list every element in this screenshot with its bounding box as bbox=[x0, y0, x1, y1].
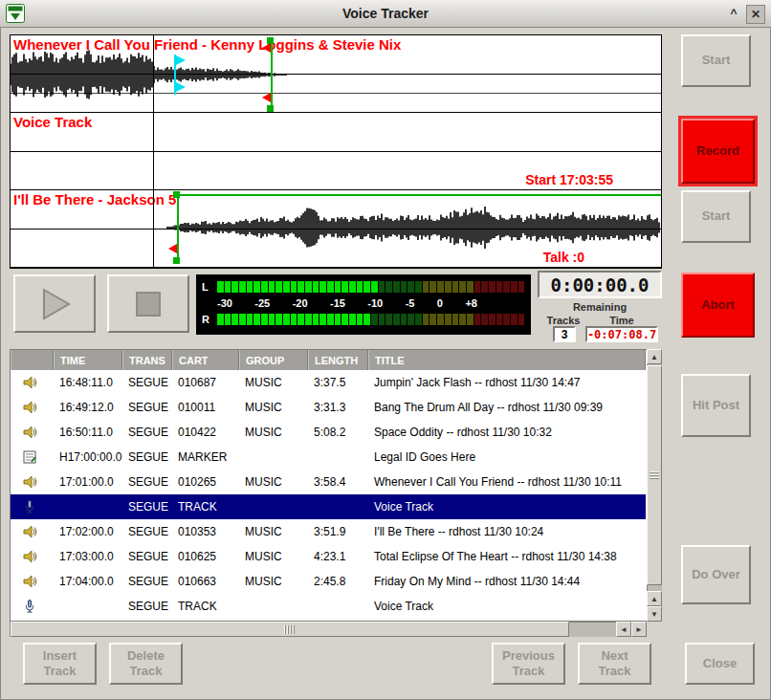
window-close-button[interactable]: ✕ bbox=[746, 5, 765, 24]
log-row[interactable]: 17:02:00.0SEGUE010353MUSIC3:51.9I'll Be … bbox=[11, 519, 646, 544]
log-cell-length: 3:51.9 bbox=[308, 519, 368, 544]
log-cell-title: Space Oddity -- rdhost 11/30 10:32 bbox=[368, 420, 646, 445]
abort-button[interactable]: Abort bbox=[681, 273, 755, 338]
meter-segment bbox=[327, 314, 334, 325]
log-row[interactable]: 16:50:11.0SEGUE010422MUSIC5:08.2Space Od… bbox=[11, 420, 646, 445]
track-pane-1[interactable]: Whenever I Call You Friend - Kenny Loggi… bbox=[11, 35, 661, 113]
close-label: Close bbox=[703, 656, 737, 671]
meter-segment bbox=[459, 314, 466, 325]
delete-track-button[interactable]: Delete Track bbox=[109, 643, 183, 685]
meter-segment bbox=[386, 281, 392, 293]
log-cell-trans: SEGUE bbox=[122, 544, 172, 569]
meter-segment bbox=[217, 281, 224, 293]
scroll-left-button[interactable]: ◄ bbox=[616, 622, 631, 637]
meter-segment bbox=[459, 281, 466, 293]
track3-start-marker-line[interactable] bbox=[177, 193, 179, 264]
log-header-title[interactable]: TITLE bbox=[368, 350, 646, 370]
talk-start-marker-icon[interactable] bbox=[176, 55, 186, 65]
meter-scale-label: -20 bbox=[293, 297, 308, 309]
horizontal-thumb-grip-icon bbox=[284, 625, 296, 634]
log-header-trans[interactable]: TRANS bbox=[122, 350, 172, 370]
track3-marker-handle-top[interactable] bbox=[173, 191, 180, 198]
start-track1-button[interactable]: Start bbox=[681, 34, 751, 87]
meter-segment bbox=[363, 314, 370, 325]
abort-label: Abort bbox=[701, 297, 735, 313]
previous-track-button[interactable]: Previous Track bbox=[492, 643, 565, 685]
close-button[interactable]: Close bbox=[685, 643, 755, 685]
microphone-icon bbox=[11, 594, 54, 619]
record-button[interactable]: Record bbox=[681, 119, 755, 184]
insert-track-button[interactable]: Insert Track bbox=[23, 643, 97, 685]
log-row[interactable]: 17:04:00.0SEGUE010663MUSIC2:45.8Friday O… bbox=[11, 569, 646, 594]
fade-marker-icon-bottom[interactable] bbox=[262, 93, 271, 102]
log-header-time[interactable]: TIME bbox=[54, 350, 122, 370]
meter-segment bbox=[341, 314, 348, 325]
log-header-cart[interactable]: CART bbox=[172, 350, 239, 370]
log-row[interactable]: 16:48:11.0SEGUE010687MUSIC3:37.5Jumpin' … bbox=[11, 370, 646, 395]
meter-segment bbox=[335, 314, 341, 325]
meter-segment bbox=[481, 314, 488, 325]
remaining-tracks-value: 3 bbox=[553, 326, 576, 342]
scroll-up-button[interactable]: ▲ bbox=[647, 349, 662, 364]
log-row[interactable]: 17:01:00.0SEGUE010265MUSIC3:58.4Whenever… bbox=[11, 470, 646, 494]
hit-post-button[interactable]: Hit Post bbox=[681, 374, 751, 437]
track3-fade-marker-icon[interactable] bbox=[168, 244, 177, 253]
log-header-length[interactable]: LENGTH bbox=[308, 350, 368, 370]
meter-scale-label: +8 bbox=[465, 297, 477, 309]
title-bar[interactable]: Voice Tracker ^ ✕ bbox=[0, 0, 771, 28]
meter-segment bbox=[474, 281, 481, 293]
horizontal-scroll-thumb[interactable] bbox=[11, 622, 569, 637]
track3-marker-handle-bottom[interactable] bbox=[173, 257, 180, 264]
remaining-time-label: Time bbox=[595, 315, 649, 326]
meter-right-strip bbox=[217, 314, 525, 325]
stop-icon bbox=[129, 285, 167, 323]
meter-segment bbox=[437, 314, 444, 325]
log-cell-group: MUSIC bbox=[239, 420, 308, 445]
meter-right-label: R bbox=[202, 314, 217, 325]
segue-marker-line[interactable] bbox=[271, 39, 273, 110]
log-horizontal-scrollbar[interactable]: ◄ ► bbox=[10, 622, 647, 637]
scroll-up-button-2[interactable]: ▲ bbox=[647, 591, 662, 606]
meter-segment bbox=[239, 314, 246, 325]
track-pane-3[interactable]: I'll Be There - Jackson 5 Talk :0 bbox=[11, 190, 661, 268]
meter-scale-label: -15 bbox=[330, 297, 345, 309]
microphone-icon bbox=[11, 494, 54, 519]
playback-cursor bbox=[153, 35, 154, 268]
meter-segment bbox=[474, 314, 481, 325]
next-track-button[interactable]: Next Track bbox=[578, 643, 651, 685]
meter-scale-label: -25 bbox=[254, 297, 270, 309]
start-track3-button[interactable]: Start bbox=[681, 190, 751, 243]
maximize-button[interactable]: ^ bbox=[725, 5, 742, 22]
meter-left-label: L bbox=[202, 281, 217, 293]
scroll-right-button[interactable]: ► bbox=[631, 622, 647, 637]
scroll-down-button[interactable]: ▼ bbox=[647, 606, 662, 622]
stop-button[interactable] bbox=[107, 274, 189, 333]
log-event-list: TIME TRANS CART GROUP LENGTH TITLE 16:48… bbox=[10, 349, 662, 622]
meter-segment bbox=[275, 314, 282, 325]
talk-end-marker-icon[interactable] bbox=[176, 82, 186, 92]
log-row[interactable]: 17:03:00.0SEGUE010625MUSIC4:23.1Total Ec… bbox=[11, 544, 646, 569]
fade-marker-icon-top[interactable] bbox=[262, 43, 271, 53]
log-cell-time: 16:48:11.0 bbox=[54, 370, 122, 395]
vertical-scroll-thumb[interactable] bbox=[647, 365, 662, 585]
log-cell-group bbox=[239, 594, 308, 619]
do-over-label: Do Over bbox=[692, 567, 740, 582]
meter-segment bbox=[401, 314, 408, 325]
meter-segment bbox=[489, 314, 496, 325]
track-pane-2[interactable]: Voice Track Start 17:03:55 bbox=[11, 113, 661, 190]
play-button[interactable] bbox=[13, 274, 96, 333]
meter-segment bbox=[518, 314, 525, 325]
track2-center-line bbox=[11, 151, 661, 152]
log-row[interactable]: SEGUETRACKVoice Track bbox=[11, 494, 646, 519]
log-row[interactable]: SEGUETRACKVoice Track bbox=[11, 594, 646, 619]
log-cell-length: 3:58.4 bbox=[308, 470, 368, 494]
log-row[interactable]: H17:00:00.0SEGUEMARKERLegal ID Goes Here bbox=[11, 445, 646, 470]
segue-marker-handle-bottom[interactable] bbox=[267, 105, 274, 112]
do-over-button[interactable]: Do Over bbox=[681, 545, 751, 604]
speaker-icon bbox=[11, 544, 54, 569]
log-vertical-scrollbar[interactable]: ▲ ▲ ▼ bbox=[647, 349, 662, 622]
log-row[interactable]: 16:49:12.0SEGUE010011MUSIC3:31.3Bang The… bbox=[11, 395, 646, 420]
meter-segment bbox=[305, 281, 312, 293]
log-cell-time: 16:49:12.0 bbox=[54, 395, 122, 420]
log-header-group[interactable]: GROUP bbox=[239, 350, 308, 370]
